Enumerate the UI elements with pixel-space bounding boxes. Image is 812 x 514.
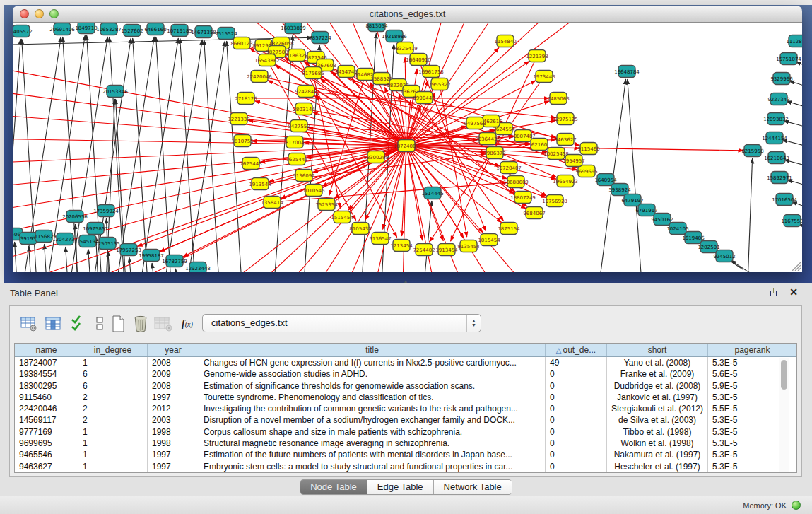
network-node[interactable]: 7625441 [286, 153, 307, 165]
cell-in_degree[interactable]: 6 [78, 368, 148, 380]
network-node[interactable]: 1527602 [121, 25, 143, 37]
network-node[interactable]: 9175685 [302, 67, 324, 79]
cell-short[interactable]: Tibbo et al. (1998) [607, 426, 708, 438]
table-selector-combobox[interactable]: citations_edges.txt ▲▼ [202, 314, 481, 332]
cell-year[interactable]: 1998 [148, 426, 199, 438]
cell-in_degree[interactable]: 1 [78, 461, 148, 472]
cell-year[interactable]: 2012 [148, 403, 199, 414]
column-header-in_degree[interactable]: in_degree [78, 344, 148, 356]
memory-ok-icon[interactable] [792, 501, 801, 510]
network-node[interactable]: 62160 [531, 139, 548, 151]
network-node[interactable]: 12444154 [762, 132, 787, 144]
cell-out_de[interactable]: 0 [546, 449, 607, 460]
table-row[interactable]: 977716911998Corpus callosum shape and si… [15, 426, 796, 438]
cell-in_degree[interactable]: 2 [78, 414, 148, 426]
float-panel-icon[interactable] [770, 288, 781, 298]
network-node[interactable]: 8105432 [349, 223, 371, 235]
cell-short[interactable]: Dudbridge et al. (2008) [607, 380, 708, 392]
select-all-icon[interactable] [69, 315, 88, 333]
table-row[interactable]: 2242004622012Investigating the contribut… [15, 403, 796, 414]
cell-out_de[interactable]: 0 [546, 438, 607, 449]
tab-network-table[interactable]: Network Table [434, 480, 512, 494]
network-graph[interactable]: 1872400714055722069140618497101065328715… [13, 23, 802, 272]
network-node[interactable]: 1810755 [231, 135, 253, 147]
network-node[interactable]: 9242848 [295, 86, 317, 98]
cell-short[interactable]: Yano et al. (2008) [607, 357, 708, 368]
network-node[interactable]: 12975125 [553, 113, 578, 125]
network-node[interactable]: 1358414 [261, 197, 283, 209]
cell-title[interactable]: Embryonic stem cells: a model to study s… [199, 461, 546, 472]
cell-title[interactable]: Investigating the contribution of common… [199, 403, 546, 414]
network-node[interactable]: 15751074 [776, 53, 801, 65]
network-node[interactable]: 16033809 [281, 23, 306, 34]
tab-node-table[interactable]: Node Table [300, 480, 367, 494]
cell-name[interactable]: 19384554 [15, 368, 78, 380]
cell-short[interactable]: Nakamura et al. (1997) [607, 449, 708, 460]
cell-name[interactable]: 14569117 [15, 414, 78, 426]
cell-title[interactable]: Structural magnetic resonance image aver… [199, 438, 546, 449]
network-node[interactable]: 1875154 [498, 223, 520, 235]
cell-short[interactable]: Wolkin et al. (1998) [607, 438, 708, 449]
cell-short[interactable]: de Silva et al. (2003) [607, 414, 708, 426]
canvas-resize-grip[interactable] [792, 262, 801, 271]
network-node[interactable]: 20206556 [62, 211, 88, 223]
network-node[interactable]: 19654923 [553, 175, 578, 187]
table-row[interactable]: 946362711997Embryonic stem cells: a mode… [15, 461, 796, 472]
select-columns-icon[interactable] [45, 315, 63, 333]
cell-title[interactable]: Estimation of the future numbers of pati… [199, 449, 546, 460]
cell-short[interactable]: Franke et al. (2009) [607, 368, 708, 380]
cell-in_degree[interactable]: 1 [78, 438, 148, 449]
network-node[interactable]: 8215958 [741, 145, 763, 157]
function-builder-icon[interactable]: f(x) [178, 315, 196, 333]
table-row[interactable]: 1938455462009Genome-wide association stu… [15, 368, 796, 380]
new-table-icon[interactable] [109, 315, 127, 333]
close-panel-icon[interactable]: ✕ [789, 286, 798, 298]
network-node[interactable]: 9115460 [577, 143, 599, 155]
cell-out_de[interactable]: 0 [546, 461, 607, 472]
table-vertical-scrollbar[interactable] [779, 358, 789, 472]
network-node[interactable]: 9135454 [457, 240, 480, 252]
row-height-icon[interactable] [90, 315, 109, 333]
cell-out_de[interactable]: 0 [546, 403, 607, 414]
cell-year[interactable]: 1997 [148, 461, 199, 472]
network-node[interactable]: 7625443 [240, 158, 261, 170]
network-node[interactable]: 8813054 [365, 23, 388, 32]
cell-name[interactable]: 18300295 [15, 380, 78, 392]
network-canvas[interactable]: 1872400714055722069140618497101065328715… [13, 23, 802, 272]
network-node[interactable]: 7485063 [547, 93, 569, 105]
network-node[interactable]: 8660123 [230, 37, 252, 49]
network-node[interactable]: 8427552 [288, 120, 310, 132]
network-node[interactable]: 1112846 [786, 35, 802, 47]
network-node[interactable]: 9245012 [713, 250, 735, 262]
network-node[interactable]: 1221333 [228, 113, 249, 125]
network-node[interactable]: 10975857 [83, 223, 108, 235]
network-node[interactable]: 17016504 [772, 194, 797, 206]
network-node[interactable]: 7986372 [483, 147, 505, 159]
network-node[interactable]: 1010545 [302, 185, 324, 197]
network-node[interactable]: 7525354 [315, 199, 338, 211]
network-node[interactable]: 2803144 [293, 103, 315, 115]
network-node[interactable]: 1221398 [526, 50, 548, 62]
network-node[interactable]: 1167553 [781, 215, 802, 227]
tab-edge-table[interactable]: Edge Table [367, 480, 434, 494]
network-node[interactable]: 1514445 [421, 187, 443, 199]
cell-title[interactable]: Changes of HCN gene expression and I(f) … [199, 357, 546, 368]
cell-name[interactable]: 18724007 [15, 357, 78, 368]
network-node[interactable]: 6466160 [144, 23, 166, 35]
network-node[interactable]: 9136092 [293, 170, 314, 182]
network-node[interactable]: 16961758 [418, 66, 444, 78]
network-node[interactable]: 8990443 [413, 92, 435, 104]
column-header-out_de[interactable]: △out_de... [546, 344, 607, 356]
cell-year[interactable]: 2008 [148, 380, 199, 392]
network-node[interactable]: 15720407 [496, 162, 522, 174]
network-node[interactable]: 12093832 [763, 113, 789, 125]
cell-out_de[interactable]: 0 [546, 368, 607, 380]
network-node[interactable]: 1015454 [478, 234, 500, 246]
network-node[interactable]: 1913544 [249, 178, 271, 190]
table-row[interactable]: 1872400712008Changes of HCN gene express… [15, 357, 796, 368]
column-header-title[interactable]: title [199, 344, 546, 356]
column-header-short[interactable]: short [607, 344, 708, 356]
cell-name[interactable]: 9463627 [15, 461, 78, 472]
cell-title[interactable]: Corpus callosum shape and size in male p… [199, 426, 546, 438]
cell-year[interactable]: 1997 [148, 449, 199, 460]
